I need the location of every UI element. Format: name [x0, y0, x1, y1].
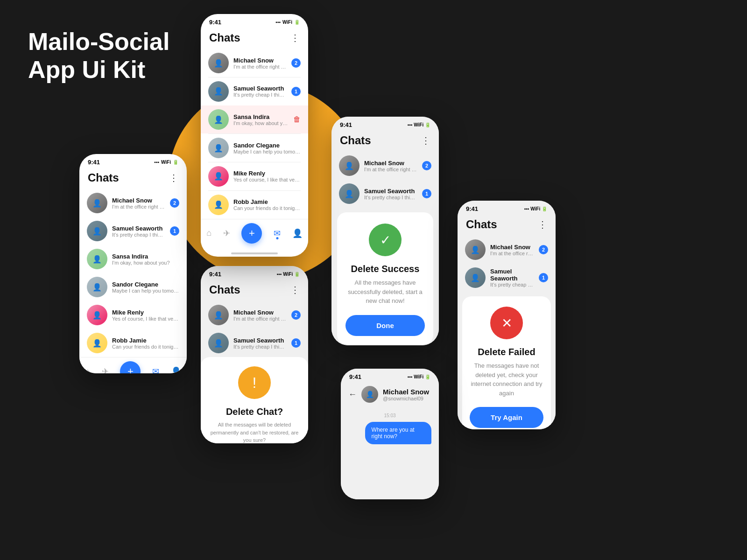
- unread-badge: 2: [291, 310, 301, 320]
- avatar: 👤: [208, 109, 229, 130]
- unread-badge: 1: [291, 87, 301, 96]
- mail-icon[interactable]: ✉: [152, 366, 159, 373]
- phone-chat-detail: 9:41 ▪▪▪ WiFi 🔋 ← 👤 Michael Snow @snowmi…: [341, 369, 439, 499]
- status-bar: 9:41 ▪▪▪ WiFi 🔋: [458, 201, 556, 214]
- chat-item[interactable]: 👤 Mike Renly Yes of course, I like that …: [201, 162, 308, 190]
- chat-item[interactable]: 👤 Michael Snow I'm at the office right n…: [201, 301, 308, 329]
- chat-item[interactable]: 👤 Robb Jamie Can your friends do it toni…: [201, 191, 308, 219]
- avatar: 👤: [87, 193, 107, 213]
- menu-dots[interactable]: ⋮: [169, 172, 178, 183]
- avatar: 👤: [361, 386, 378, 403]
- avatar: 👤: [339, 183, 359, 204]
- menu-dots[interactable]: ⋮: [421, 135, 430, 146]
- home-icon[interactable]: ⌂: [206, 228, 211, 238]
- phone-center-bottom: 9:41 ▪▪▪ WiFi 🔋 Chats ⋮ 👤 Michael Snow I…: [201, 266, 308, 443]
- chat-item[interactable]: 👤 Samuel Seaworth It's pretty cheap I th…: [458, 264, 556, 292]
- modal-desc: The messages have not deleted yet, check…: [470, 361, 543, 398]
- chat-item[interactable]: 👤 Samuel Seaworth It's pretty cheap I th…: [331, 180, 439, 208]
- phone-far-right: 9:41 ▪▪▪ WiFi 🔋 Chats ⋮ 👤 Michael Snow I…: [458, 201, 556, 429]
- try-again-button[interactable]: Try Again: [470, 407, 543, 428]
- avatar: 👤: [208, 81, 229, 102]
- unread-badge: 2: [291, 58, 301, 68]
- chat-item[interactable]: 👤 Mike Renly Yes of course, I like that …: [79, 301, 187, 329]
- app-title: Mailo-Social App Ui Kit: [28, 28, 169, 84]
- chat-item[interactable]: 👤 Sandor Clegane Maybe I can help you to…: [201, 134, 308, 162]
- avatar: 👤: [87, 221, 107, 241]
- chat-item[interactable]: 👤 Sandor Clegane Maybe I can help you to…: [79, 273, 187, 301]
- unread-badge: 1: [539, 273, 548, 282]
- status-bar: 9:41 ▪▪▪ WiFi 🔋: [331, 117, 439, 130]
- avatar: 👤: [208, 305, 229, 325]
- mail-dot: [276, 237, 278, 239]
- modal-desc: All the messages will be deleted permane…: [209, 421, 300, 443]
- unread-badge: 1: [291, 338, 301, 348]
- status-bar: 9:41 ▪▪▪ WiFi 🔋: [201, 14, 308, 28]
- delete-icon[interactable]: 🗑: [293, 115, 301, 124]
- send-icon[interactable]: ✈: [223, 228, 230, 238]
- unread-badge: 2: [170, 198, 179, 208]
- chat-item[interactable]: 👤 Michael Snow I'm at the office right n…: [331, 152, 439, 180]
- unread-badge: 1: [422, 189, 431, 198]
- modal-title: Delete Success: [351, 264, 420, 274]
- chat-item[interactable]: 👤 Samuel Seaworth It's pretty cheap I th…: [79, 217, 187, 245]
- home-icon[interactable]: ⌂: [85, 367, 90, 374]
- avatar: 👤: [465, 239, 486, 260]
- chats-header: Chats ⋮: [201, 280, 308, 301]
- chat-item[interactable]: 👤 Michael Snow I'm at the office right n…: [201, 49, 308, 77]
- chats-header: Chats ⋮: [458, 214, 556, 236]
- error-icon: ✕: [490, 307, 523, 339]
- send-icon[interactable]: ✈: [102, 366, 109, 373]
- unread-badge: 2: [539, 245, 548, 254]
- avatar: 👤: [465, 267, 486, 288]
- menu-dots[interactable]: ⋮: [538, 219, 547, 230]
- status-bar: 9:41 ▪▪▪ WiFi 🔋: [341, 369, 439, 382]
- chat-item[interactable]: 👤 Michael Snow I'm at the office right n…: [79, 189, 187, 217]
- chat-item[interactable]: 👤 Robb Jamie Can your friends do it toni…: [79, 329, 187, 357]
- unread-badge: 2: [422, 161, 431, 170]
- chat-detail-header: ← 👤 Michael Snow @snowmichael09: [341, 382, 439, 407]
- chats-header: Chats ⋮: [201, 28, 308, 49]
- profile-icon[interactable]: 👤: [171, 366, 181, 373]
- avatar: 👤: [208, 166, 229, 187]
- new-chat-button[interactable]: +: [120, 361, 141, 373]
- profile-icon[interactable]: 👤: [292, 228, 303, 238]
- avatar: 👤: [208, 333, 229, 353]
- success-icon: ✓: [369, 224, 402, 256]
- status-bar: 9:41 ▪▪▪ WiFi 🔋: [79, 154, 187, 168]
- chat-item[interactable]: 👤 Michael Snow I'm at the office right n…: [458, 236, 556, 264]
- avatar: 👤: [208, 138, 229, 158]
- bottom-nav: ⌂ ✈ + ✉ 👤: [201, 219, 308, 250]
- chat-item[interactable]: 👤 Sansa Indira I'm okay, how about you? …: [201, 105, 308, 133]
- chat-item[interactable]: 👤 Sansa Indira I'm okay, how about you?: [79, 245, 187, 273]
- avatar: 👤: [208, 53, 229, 73]
- avatar: 👤: [87, 277, 107, 297]
- new-chat-button[interactable]: +: [241, 223, 262, 244]
- bottom-nav: ⌂ ✈ + ✉ 👤: [79, 357, 187, 373]
- back-button[interactable]: ←: [348, 390, 357, 399]
- status-bar: 9:41 ▪▪▪ WiFi 🔋: [201, 266, 308, 280]
- avatar: 👤: [87, 305, 107, 325]
- menu-dots[interactable]: ⋮: [290, 284, 300, 295]
- modal-desc: All the messages have successfully delet…: [345, 278, 425, 306]
- modal-title: Delete Failed: [478, 347, 535, 357]
- message-time: 15:03: [348, 413, 431, 418]
- done-button[interactable]: Done: [345, 315, 425, 336]
- message-area: 15:03 Where are you at right now?: [341, 407, 439, 499]
- phone-top-right: 9:41 ▪▪▪ WiFi 🔋 Chats ⋮ 👤 Michael Snow I…: [331, 117, 439, 345]
- avatar: 👤: [339, 155, 359, 176]
- avatar: 👤: [87, 249, 107, 269]
- chats-header: Chats ⋮: [331, 130, 439, 152]
- unread-badge: 1: [170, 226, 179, 236]
- modal-title: Delete Chat?: [226, 406, 283, 417]
- avatar: 👤: [87, 333, 107, 353]
- warning-icon: !: [238, 366, 271, 399]
- chat-item[interactable]: 👤 Samuel Seaworth It's pretty cheap I th…: [201, 329, 308, 357]
- home-bar: [201, 250, 308, 257]
- avatar: 👤: [208, 195, 229, 215]
- menu-dots[interactable]: ⋮: [290, 32, 300, 43]
- chats-header: Chats ⋮: [79, 168, 187, 189]
- chat-item[interactable]: 👤 Samuel Seaworth It's pretty cheap I th…: [201, 77, 308, 105]
- phone-main-left: 9:41 ▪▪▪ WiFi 🔋 Chats ⋮ 👤 Michael Snow I…: [79, 154, 187, 373]
- mail-icon[interactable]: ✉: [274, 228, 281, 238]
- message-bubble: Where are you at right now?: [365, 422, 431, 444]
